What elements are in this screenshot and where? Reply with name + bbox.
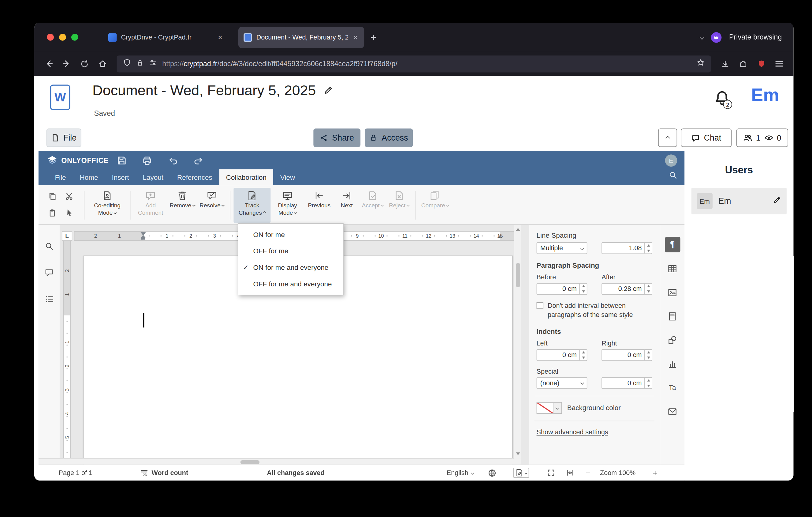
vertical-scrollbar[interactable] xyxy=(514,225,521,458)
search-icon[interactable] xyxy=(669,171,677,182)
redo-icon[interactable] xyxy=(193,156,203,168)
fit-width-icon[interactable] xyxy=(566,465,574,481)
vertical-ruler[interactable]: 21123456 xyxy=(63,241,71,458)
close-tab-icon[interactable]: × xyxy=(217,33,224,42)
user-list-item[interactable]: Em Em xyxy=(692,188,787,214)
word-count-button[interactable]: 123 Word count xyxy=(140,465,188,481)
scrollbar-thumb[interactable] xyxy=(516,263,520,287)
page-indicator[interactable]: Page 1 of 1 xyxy=(58,465,92,481)
permissions-icon[interactable] xyxy=(149,59,157,69)
line-spacing-amount-input[interactable]: 1.08 xyxy=(602,242,652,254)
chat-button[interactable]: Chat xyxy=(681,129,731,147)
mail-merge-icon[interactable] xyxy=(665,404,680,419)
display-mode-button[interactable]: Display Mode xyxy=(270,188,304,223)
window-minimize-button[interactable] xyxy=(59,34,66,40)
chart-settings-icon[interactable] xyxy=(665,356,680,372)
indent-left-input[interactable]: 0 cm xyxy=(536,349,587,361)
menu-tab-references[interactable]: References xyxy=(170,169,219,185)
extensions-icon[interactable] xyxy=(735,56,751,72)
horizontal-scrollbar[interactable] xyxy=(38,458,514,465)
special-indent-input[interactable]: 0 cm xyxy=(602,377,652,389)
background-color-swatch[interactable] xyxy=(536,402,553,414)
menu-tab-file[interactable]: File xyxy=(48,169,73,185)
table-settings-icon[interactable] xyxy=(665,261,680,276)
spacing-after-input[interactable]: 0.28 cm xyxy=(602,283,652,295)
fit-page-icon[interactable] xyxy=(547,465,555,481)
track-menu-item[interactable]: OFF for me and everyone xyxy=(238,276,343,292)
collapse-toolbar-button[interactable] xyxy=(658,129,677,147)
tab-document[interactable]: Document - Wed, February 5, 2... × xyxy=(238,27,364,48)
menu-tab-collaboration[interactable]: Collaboration xyxy=(219,169,273,185)
shape-settings-icon[interactable] xyxy=(665,332,680,348)
hanging-indent-marker[interactable] xyxy=(140,235,146,238)
spellcheck-globe-icon[interactable] xyxy=(488,465,497,481)
window-close-button[interactable] xyxy=(47,34,54,40)
url-bar[interactable]: https://cryptpad.fr/doc/#/3/doc/edit/ff0… xyxy=(117,55,711,72)
cut-icon[interactable] xyxy=(65,192,74,202)
advanced-settings-link[interactable]: Show advanced settings xyxy=(536,429,608,436)
tracking-protection-shield-icon[interactable] xyxy=(123,59,131,69)
find-icon[interactable] xyxy=(45,242,54,253)
resolve-comment-button[interactable]: Resolve xyxy=(197,188,227,223)
menu-tab-home[interactable]: Home xyxy=(73,169,105,185)
paste-icon[interactable] xyxy=(48,208,57,219)
special-indent-select[interactable]: (none) xyxy=(536,377,587,389)
reload-button[interactable] xyxy=(77,56,92,72)
indent-right-input[interactable]: 0 cm xyxy=(602,349,652,361)
bookmark-star-icon[interactable] xyxy=(697,59,705,69)
access-button[interactable]: Access xyxy=(365,129,413,147)
comments-icon[interactable] xyxy=(45,268,54,279)
new-tab-button[interactable]: + xyxy=(364,31,383,43)
connection-secure-lock-icon[interactable] xyxy=(137,59,144,68)
co-editing-mode-button[interactable]: Co-editing Mode xyxy=(88,188,127,223)
scrollbar-thumb[interactable] xyxy=(240,460,259,464)
header-footer-settings-icon[interactable] xyxy=(665,308,680,324)
window-zoom-button[interactable] xyxy=(71,34,78,40)
line-spacing-select[interactable]: Multiple xyxy=(536,242,587,254)
track-menu-item[interactable]: ✓ON for me and everyone xyxy=(238,259,343,276)
spacing-before-input[interactable]: 0 cm xyxy=(536,283,587,295)
undo-icon[interactable] xyxy=(168,156,178,168)
language-selector[interactable]: English xyxy=(447,465,474,481)
downloads-icon[interactable] xyxy=(718,56,733,72)
tab-stop-selector[interactable]: L xyxy=(62,231,72,241)
menu-tab-insert[interactable]: Insert xyxy=(105,169,136,185)
file-menu-button[interactable]: File xyxy=(47,129,81,147)
track-changes-button[interactable]: Track Changes xyxy=(233,188,270,223)
navigation-headings-icon[interactable] xyxy=(45,295,54,306)
menu-button[interactable] xyxy=(771,56,787,72)
account-avatar[interactable]: Em xyxy=(751,84,779,105)
image-settings-icon[interactable] xyxy=(665,284,680,300)
save-icon[interactable] xyxy=(117,156,127,168)
track-menu-item[interactable]: ON for me xyxy=(238,226,343,243)
edit-title-pencil-icon[interactable] xyxy=(323,82,333,99)
document-title[interactable]: Document - Wed, February 5, 2025 xyxy=(92,82,316,99)
list-tabs-chevron-icon[interactable] xyxy=(700,35,704,39)
next-change-button[interactable]: Next xyxy=(334,188,359,223)
select-all-icon[interactable] xyxy=(65,208,74,219)
background-color-chevron[interactable] xyxy=(553,402,562,414)
track-menu-item[interactable]: OFF for me xyxy=(238,243,343,260)
paragraph-settings-icon[interactable]: ¶ xyxy=(665,237,680,252)
zoom-level[interactable]: Zoom 100% xyxy=(600,465,635,481)
forward-button[interactable] xyxy=(58,56,74,72)
user-list-button[interactable]: 1 0 xyxy=(736,129,788,147)
remove-comment-button[interactable]: Remove xyxy=(167,188,197,223)
no-interval-checkbox[interactable] xyxy=(536,302,543,309)
left-indent-marker[interactable] xyxy=(141,238,145,240)
tab-cryptdrive[interactable]: CryptDrive - CryptPad.fr × xyxy=(103,27,229,48)
office-user-badge[interactable]: E xyxy=(665,154,677,167)
zoom-out-button[interactable]: − xyxy=(586,465,590,481)
close-tab-icon[interactable]: × xyxy=(352,33,359,42)
edit-name-pencil-icon[interactable] xyxy=(773,196,781,207)
share-button[interactable]: Share xyxy=(313,129,360,147)
print-icon[interactable] xyxy=(142,156,152,168)
back-button[interactable] xyxy=(41,56,57,72)
text-art-settings-icon[interactable]: Ta xyxy=(665,380,680,395)
home-button[interactable] xyxy=(94,56,111,72)
adblocker-icon[interactable] xyxy=(753,56,769,72)
zoom-in-button[interactable]: + xyxy=(653,465,658,481)
copy-icon[interactable] xyxy=(48,192,57,202)
track-changes-status-toggle[interactable] xyxy=(513,465,529,481)
notifications-bell-icon[interactable]: 2 xyxy=(714,90,730,108)
